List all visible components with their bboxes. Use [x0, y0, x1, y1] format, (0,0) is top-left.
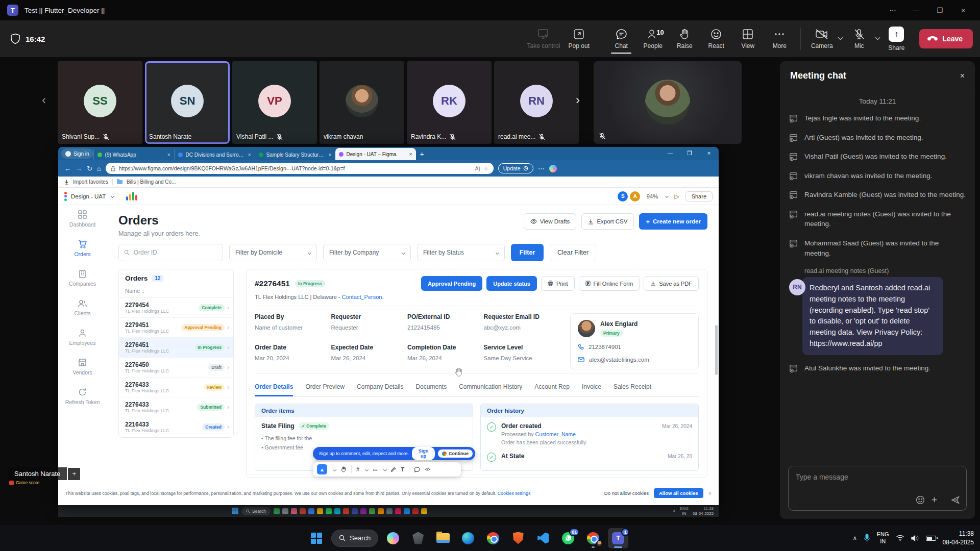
window-close-button[interactable]: ×	[951, 0, 975, 20]
tab-close-icon[interactable]: ×	[329, 152, 332, 158]
detail-tab[interactable]: Company Details	[357, 383, 403, 396]
battery-icon[interactable]	[926, 536, 936, 541]
refresh-icon[interactable]: ↻	[87, 165, 92, 172]
participant-tile[interactable]: RN read.ai mee...	[494, 61, 579, 144]
detail-tab[interactable]: Invoice	[582, 383, 601, 396]
nameplate-pin-button[interactable]: +	[68, 468, 80, 480]
deny-cookies-button[interactable]: Do not allow cookies	[604, 490, 649, 496]
vscode-button[interactable]	[533, 528, 553, 548]
save-as-pdf-button[interactable]: Save as PDF	[644, 276, 699, 291]
copilot-icon[interactable]	[549, 165, 557, 172]
react-button[interactable]: React	[700, 23, 732, 54]
raise-hand-button[interactable]: Raise	[669, 23, 700, 54]
new-tab-button[interactable]: +	[420, 150, 424, 158]
google-continue-button[interactable]: Continue	[438, 449, 473, 458]
sidebar-item-employees[interactable]: Employees	[69, 329, 96, 346]
figma-zoom-level[interactable]: 94%	[646, 193, 658, 199]
edge-button[interactable]	[458, 528, 478, 548]
participant-tile[interactable]: SN Santosh Narate	[145, 61, 230, 144]
frame-tool-icon[interactable]: #	[356, 466, 359, 472]
figma-sign-up-button[interactable]: Sign up	[412, 447, 435, 460]
browser-tab[interactable]: Sample Salary Structure with calc ×	[255, 149, 335, 160]
sidebar-item-dashboard[interactable]: Dashboard	[69, 210, 95, 228]
contact-email[interactable]: alex@vstatefilings.com	[589, 357, 649, 363]
detail-tab[interactable]: Documents	[415, 383, 447, 396]
figma-logo-icon[interactable]	[64, 192, 67, 201]
tiles-scroll-right-chevron-icon[interactable]: ›	[576, 93, 580, 107]
copilot-app-button[interactable]	[383, 528, 403, 548]
forward-icon[interactable]: →	[76, 165, 82, 172]
window-more-button[interactable]: ⋯	[881, 0, 904, 20]
chrome-button[interactable]	[483, 528, 503, 548]
hand-tool-icon[interactable]	[340, 466, 347, 472]
customer-name-link[interactable]: Customer_Name	[535, 431, 576, 437]
url-input[interactable]	[119, 165, 472, 171]
detail-tab[interactable]: Order Preview	[305, 383, 345, 396]
move-tool-icon[interactable]: ▲	[317, 464, 327, 474]
sidebar-item-clients[interactable]: Clients	[74, 299, 90, 316]
mic-options-chevron-icon[interactable]	[875, 35, 880, 40]
tab-close-icon[interactable]: ×	[167, 152, 170, 158]
language-indicator[interactable]: ENGIN	[877, 531, 889, 544]
browser-tab[interactable]: DC Divisions and Surroundings ×	[174, 149, 255, 160]
detail-tab[interactable]: Sales Receipt	[614, 383, 651, 396]
update-status-button[interactable]: Update status	[486, 276, 537, 291]
page-scrollbar[interactable]	[715, 325, 718, 375]
dev-mode-icon[interactable]: </>	[425, 467, 430, 472]
browser-minimize-button[interactable]: —	[660, 147, 680, 159]
export-csv-button[interactable]: Export CSV	[581, 213, 634, 230]
sidebar-item-orders[interactable]: Orders	[74, 240, 90, 257]
create-new-order-button[interactable]: + Create new order	[639, 213, 707, 230]
order-list-row[interactable]: 2279451 TL Flex Holdings LLC Approval Pe…	[119, 318, 233, 338]
browser-profile-button[interactable]: Sign in	[61, 148, 93, 159]
back-icon[interactable]: ←	[64, 165, 71, 172]
chrome-profile-button[interactable]	[583, 528, 603, 548]
url-field[interactable]: A) ☆	[106, 163, 494, 174]
read-aloud-icon[interactable]: A)	[475, 166, 480, 171]
approval-pending-button[interactable]: Approval Pending	[421, 276, 482, 291]
filter-dropdown[interactable]: Filter by Status	[417, 244, 505, 261]
tiles-scroll-left-chevron-icon[interactable]: ‹	[42, 93, 46, 107]
chat-close-icon[interactable]: ×	[960, 71, 965, 81]
order-id-input[interactable]	[134, 249, 217, 256]
wifi-icon[interactable]	[896, 535, 904, 541]
people-button[interactable]: 10 People	[637, 23, 669, 54]
order-list-row[interactable]: 2279454 TL Flex Holdings LLC Complete ›	[119, 298, 233, 318]
chevron-down-icon[interactable]	[365, 467, 369, 471]
sidebar-item-refresh-token[interactable]: Refresh Token	[65, 388, 100, 405]
brave-button[interactable]	[508, 528, 528, 548]
tab-close-icon[interactable]: ×	[409, 152, 412, 157]
sidebar-item-vendors[interactable]: Vendors	[72, 358, 92, 375]
pen-tool-icon[interactable]	[391, 467, 397, 472]
figma-collaborator-avatar[interactable]: S	[618, 191, 628, 202]
start-button[interactable]	[306, 528, 327, 548]
contact-person-link[interactable]: Contact_Person.	[342, 294, 384, 300]
tray-mic-icon[interactable]	[864, 534, 870, 542]
figma-collaborator-avatar[interactable]: A	[630, 191, 640, 202]
print-button[interactable]: Print	[541, 276, 575, 291]
camera-options-chevron-icon[interactable]	[838, 35, 843, 40]
whatsapp-button[interactable]: 81	[558, 528, 578, 548]
comment-tool-icon[interactable]	[414, 467, 420, 472]
order-list-row[interactable]: 2276433 TL Flex Holdings LLC Review ›	[119, 378, 233, 397]
mic-button[interactable]: Mic	[843, 23, 875, 54]
leave-button[interactable]: Leave	[919, 29, 973, 48]
attach-plus-icon[interactable]: +	[932, 494, 937, 506]
shape-tool-icon[interactable]: ▭	[373, 467, 377, 472]
cookies-settings-link[interactable]: Cookies settings	[498, 491, 531, 496]
orders-sort-header[interactable]: Name ↓	[119, 286, 233, 298]
window-maximize-button[interactable]: ❐	[928, 0, 951, 20]
taskbar-clock[interactable]: 11:3808-04-2025	[943, 530, 974, 546]
tab-close-icon[interactable]: ×	[248, 152, 251, 158]
taskbar-search[interactable]: Search	[331, 530, 378, 547]
import-favorites-link[interactable]: Import favorites	[73, 179, 108, 185]
detail-tab[interactable]: Account Rep	[534, 383, 570, 396]
favorites-folder-bills[interactable]: Bills | Billing and Co...	[127, 179, 176, 185]
browser-more-icon[interactable]: ⋯	[538, 165, 545, 172]
contact-phone[interactable]: 2123874901	[589, 344, 621, 350]
allow-cookies-button[interactable]: Allow all cookies	[654, 488, 703, 498]
filter-button[interactable]: Filter	[511, 244, 544, 261]
fill-online-form-button[interactable]: Fill Online Form	[579, 276, 640, 291]
order-list-row[interactable]: 2276450 TL Flex Holdings LLC Draft ›	[119, 358, 233, 378]
participant-tile[interactable]: vikram chavan	[320, 61, 404, 144]
